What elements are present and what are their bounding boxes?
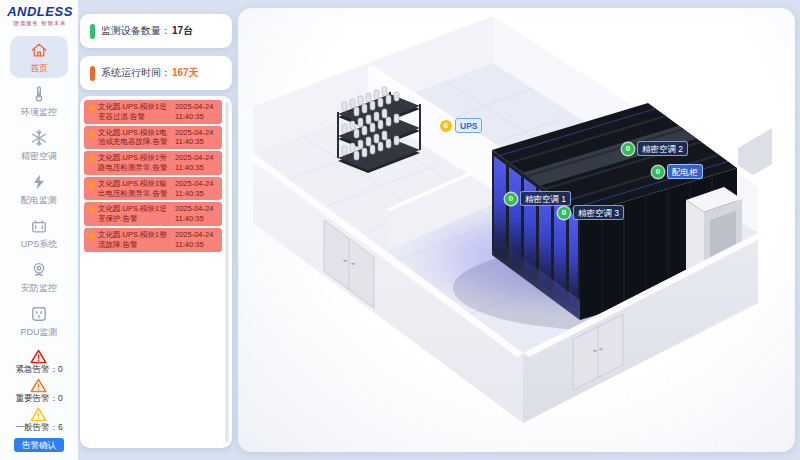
- socket-icon: [29, 304, 49, 324]
- lightning-icon: [29, 172, 49, 192]
- bell-icon: [87, 206, 96, 215]
- thermometer-icon: [29, 84, 49, 104]
- sidebar-item-label: 配电监测: [21, 195, 57, 205]
- alert-time: 11:40:35: [175, 214, 204, 223]
- camera-icon: [29, 260, 49, 280]
- sidebar-item-label: 首页: [30, 63, 48, 73]
- bell-icon: [87, 181, 96, 190]
- sidebar: ANDLESS 随需服务 智领未来 首页 环境监控 精密空调 配电监测 UPS系…: [0, 0, 78, 460]
- sidebar-item-label: UPS系统: [21, 239, 58, 249]
- alert-text: 文化园.UPS.模块1逆变器过温.告警: [98, 102, 173, 122]
- alert-item[interactable]: 文化园.UPS.模块1旁路电压检测异常.告警 2025-04-2411:40:3…: [84, 151, 222, 175]
- stat-uptime-value: 167天: [172, 66, 199, 80]
- room-3d-panel: 6 UPS 0 精密空调 1 0 精密空调 2 0 精密空调 3 0 配电柜: [238, 8, 795, 452]
- snowflake-icon: [29, 128, 49, 148]
- alarm-minor-label: 一般告警：: [15, 422, 58, 432]
- alert-date: 2025-04-24: [175, 102, 213, 111]
- ups-alarm-badge: 6: [440, 120, 452, 132]
- alarm-summary: 紧急告警：0 重要告警：0 一般告警：6 告警确认: [0, 349, 78, 452]
- sidebar-item-security[interactable]: 安防监控: [10, 256, 68, 298]
- alert-date: 2025-04-24: [175, 128, 213, 137]
- alert-text: 文化园.UPS.模块1旁路电压检测异常.告警: [98, 153, 173, 173]
- battery-icon: [29, 216, 49, 236]
- sidebar-item-pdu[interactable]: PDU监测: [10, 300, 68, 342]
- alert-date: 2025-04-24: [175, 153, 213, 162]
- stat-accent-orange: [90, 66, 95, 81]
- ac1-status-badge: 0: [505, 193, 517, 205]
- alarm-critical-count: 0: [58, 364, 63, 374]
- ac3-status-badge: 0: [558, 207, 570, 219]
- sidebar-item-label: 环境监控: [21, 107, 57, 117]
- alert-item[interactable]: 文化园.UPS.模块1电池或充电器故障.告警 2025-04-2411:40:3…: [84, 126, 222, 150]
- brand-tagline: 随需服务 智领未来: [9, 19, 70, 27]
- stat-card-uptime: 系统运行时间： 167天: [80, 56, 232, 90]
- cabinet-status-badge: 0: [652, 166, 664, 178]
- scene-label-ac2[interactable]: 0 精密空调 2: [622, 141, 688, 156]
- sidebar-item-label: 安防监控: [21, 283, 57, 293]
- alert-text: 文化园.UPS.模块1逆变保护.告警: [98, 204, 173, 224]
- stat-accent-green: [90, 24, 95, 39]
- alarm-minor: 一般告警：6: [15, 407, 62, 432]
- alert-item[interactable]: 文化园.UPS.模块1逆变保护.告警 2025-04-2411:40:35: [84, 202, 222, 226]
- stat-uptime-label: 系统运行时间：: [101, 66, 171, 80]
- sidebar-item-label: PDU监测: [20, 327, 57, 337]
- alert-date: 2025-04-24: [175, 230, 213, 239]
- alert-time: 11:40:35: [175, 240, 204, 249]
- alert-text: 文化园.UPS.模块1电池或充电器故障.告警: [98, 128, 173, 148]
- alert-time: 11:40:35: [175, 163, 204, 172]
- scene-label-ac1[interactable]: 0 精密空调 1: [505, 191, 571, 206]
- brand-name: ANDLESS: [6, 5, 74, 19]
- bell-icon: [87, 104, 96, 113]
- alert-time: 11:40:35: [175, 189, 204, 198]
- alarm-critical-label: 紧急告警：: [15, 364, 58, 374]
- alarm-critical: 紧急告警：0: [15, 349, 62, 374]
- ups-label: UPS: [455, 118, 482, 133]
- stat-devices-label: 监测设备数量：: [101, 24, 171, 38]
- home-icon: [29, 40, 49, 60]
- brand-logo: ANDLESS 随需服务 智领未来: [0, 0, 78, 30]
- alert-date: 2025-04-24: [175, 204, 213, 213]
- alert-date: 2025-04-24: [175, 179, 213, 188]
- alarm-confirm-button[interactable]: 告警确认: [14, 438, 64, 452]
- alert-text: 文化园.UPS.模块1输出电压检测异常.告警: [98, 179, 173, 199]
- bell-icon: [87, 232, 96, 241]
- cabinet-label: 配电柜: [667, 164, 703, 179]
- sidebar-item-environment[interactable]: 环境监控: [10, 80, 68, 122]
- scene-label-cabinet[interactable]: 0 配电柜: [652, 164, 703, 179]
- alert-time: 11:40:35: [175, 137, 204, 146]
- bell-icon: [87, 130, 96, 139]
- ac2-label: 精密空调 2: [637, 141, 688, 156]
- scene-label-ups[interactable]: 6 UPS: [440, 118, 482, 133]
- alert-item[interactable]: 文化园.UPS.模块1输出电压检测异常.告警 2025-04-2411:40:3…: [84, 177, 222, 201]
- alert-scrollbar[interactable]: [225, 102, 229, 442]
- sidebar-item-label: 精密空调: [21, 151, 57, 161]
- alarm-minor-count: 6: [58, 422, 63, 432]
- sidebar-item-power-distribution[interactable]: 配电监测: [10, 168, 68, 210]
- alert-panel: 文化园.UPS.模块1逆变器过温.告警 2025-04-2411:40:35 文…: [80, 96, 232, 448]
- sidebar-nav: 首页 环境监控 精密空调 配电监测 UPS系统 安防监控 PDU监测: [0, 36, 78, 344]
- warning-triangle-critical-icon: [30, 349, 47, 364]
- alarm-major: 重要告警：0: [15, 378, 62, 403]
- warning-triangle-minor-icon: [30, 407, 47, 422]
- stat-devices-value: 17台: [172, 24, 193, 38]
- sidebar-item-home[interactable]: 首页: [10, 36, 68, 78]
- alert-item[interactable]: 文化园.UPS.模块1逆变器过温.告警 2025-04-2411:40:35: [84, 100, 222, 124]
- alarm-major-label: 重要告警：: [15, 393, 58, 403]
- alarm-major-count: 0: [58, 393, 63, 403]
- alert-item[interactable]: 文化园.UPS.模块1整流故障.告警 2025-04-2411:40:35: [84, 228, 222, 252]
- ac2-status-badge: 0: [622, 143, 634, 155]
- bell-icon: [87, 155, 96, 164]
- ac3-label: 精密空调 3: [573, 205, 624, 220]
- sidebar-item-ups-system[interactable]: UPS系统: [10, 212, 68, 254]
- stat-card-devices: 监测设备数量： 17台: [80, 14, 232, 48]
- sidebar-item-precision-ac[interactable]: 精密空调: [10, 124, 68, 166]
- ac1-label: 精密空调 1: [520, 191, 571, 206]
- alert-text: 文化园.UPS.模块1整流故障.告警: [98, 230, 173, 250]
- warning-triangle-major-icon: [30, 378, 47, 393]
- alert-time: 11:40:35: [175, 112, 204, 121]
- scene-label-ac3[interactable]: 0 精密空调 3: [558, 205, 624, 220]
- room-3d-scene: [238, 8, 795, 452]
